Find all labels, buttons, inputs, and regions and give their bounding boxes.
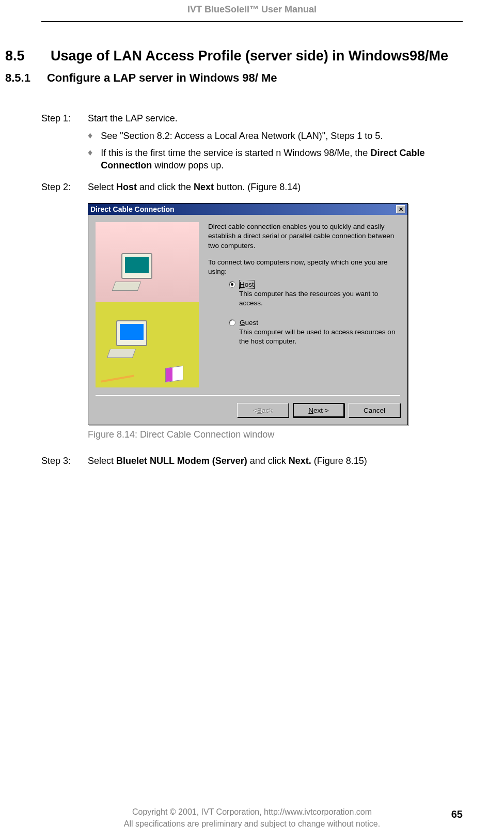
dialog-prompt-text: To connect two computers now, specify wh…	[208, 258, 400, 276]
step-3-text: Select Bluelet NULL Modem (Server) and c…	[88, 456, 463, 466]
dialog-content: Direct cable connection enables you to q…	[199, 222, 400, 387]
radio-host-label: Host	[240, 281, 254, 288]
figure-caption: Figure 8.14: Direct Cable Connection win…	[88, 429, 463, 440]
step-1-label: Step 1:	[41, 113, 83, 124]
wizard-illustration	[96, 222, 199, 387]
direct-cable-connection-dialog: Direct Cable Connection ✕	[88, 203, 408, 425]
titlebar: Direct Cable Connection ✕	[88, 204, 407, 215]
step-3-label: Step 3:	[41, 456, 83, 466]
subsection-heading: 8.5.1 Configure a LAP server in Windows …	[5, 71, 463, 85]
step-1-bullets: ♦ See "Section 8.2: Access a Local Area …	[88, 130, 463, 172]
dialog-title: Direct Cable Connection	[90, 205, 175, 213]
page-footer: Copyright © 2001, IVT Corporation, http:…	[41, 806, 463, 830]
section-title: Usage of LAN Access Profile (server side…	[51, 48, 463, 64]
bullet-text: If this is the first time the service is…	[101, 147, 463, 172]
step-2: Step 2: Select Host and click the Next b…	[41, 182, 463, 193]
back-button: < Back	[237, 403, 289, 417]
dialog-body: Direct cable connection enables you to q…	[88, 215, 407, 387]
list-item: ♦ If this is the first time the service …	[88, 147, 463, 172]
computer-icon	[121, 253, 163, 294]
step-2-text: Select Host and click the Next button. (…	[88, 182, 463, 193]
notepad-icon	[165, 366, 183, 383]
radio-guest-label: Guest	[240, 319, 258, 326]
close-button[interactable]: ✕	[396, 205, 405, 213]
step-3: Step 3: Select Bluelet NULL Modem (Serve…	[41, 456, 463, 466]
dialog-intro-text: Direct cable connection enables you to q…	[208, 222, 400, 251]
radio-option-host[interactable]: Host	[229, 281, 400, 288]
section-number: 8.5	[5, 48, 36, 64]
copyright-text: Copyright © 2001, IVT Corporation, http:…	[41, 806, 463, 818]
radio-guest-desc: This computer will be used to access res…	[239, 328, 400, 346]
next-button[interactable]: Next >	[293, 403, 344, 417]
figure-8-14: Direct Cable Connection ✕	[88, 203, 463, 425]
page-number: 65	[451, 808, 463, 820]
footer-text: Copyright © 2001, IVT Corporation, http:…	[41, 806, 463, 830]
radio-host-desc: This computer has the resources you want…	[239, 289, 400, 308]
close-icon: ✕	[399, 206, 403, 213]
bullet-icon: ♦	[88, 147, 92, 172]
radio-host[interactable]	[229, 281, 235, 288]
section-heading: 8.5 Usage of LAN Access Profile (server …	[5, 48, 463, 64]
step-1: Step 1: Start the LAP service.	[41, 113, 463, 124]
page-header: IVT BlueSoleil™ User Manual	[41, 0, 463, 22]
cancel-button[interactable]: Cancel	[349, 403, 400, 417]
header-title: IVT BlueSoleil™ User Manual	[187, 4, 317, 14]
radio-option-guest[interactable]: Guest	[229, 319, 400, 326]
list-item: ♦ See "Section 8.2: Access a Local Area …	[88, 130, 463, 142]
dialog-button-row: < Back Next > Cancel	[88, 396, 407, 425]
disclaimer-text: All specifications are preliminary and s…	[41, 818, 463, 830]
computer-icon	[116, 320, 163, 362]
step-1-text: Start the LAP service.	[88, 113, 463, 124]
bullet-text: See "Section 8.2: Access a Local Area Ne…	[101, 130, 463, 142]
step-2-label: Step 2:	[41, 182, 83, 193]
bullet-icon: ♦	[88, 130, 92, 142]
subsection-number: 8.5.1	[5, 71, 30, 85]
subsection-title: Configure a LAP server in Windows 98/ Me	[47, 71, 277, 85]
radio-guest[interactable]	[229, 319, 235, 326]
